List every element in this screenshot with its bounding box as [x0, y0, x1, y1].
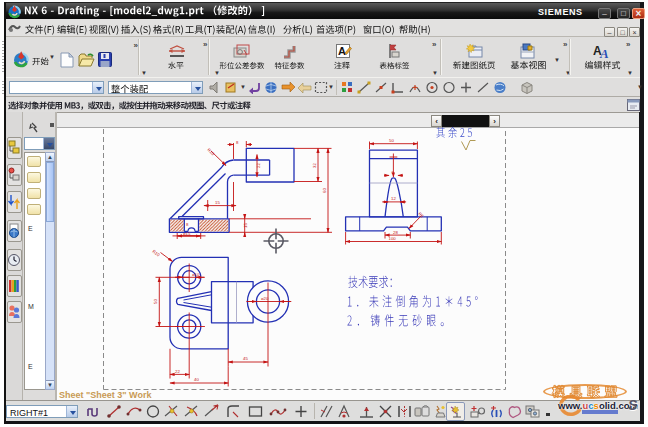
- svg-text:R10: R10: [206, 147, 216, 157]
- svg-text:22: 22: [175, 369, 180, 374]
- svg-text:15: 15: [243, 223, 248, 228]
- svg-text:60: 60: [322, 188, 327, 193]
- svg-text:22: 22: [256, 163, 261, 168]
- svg-text:8: 8: [236, 140, 239, 145]
- svg-text:50: 50: [389, 138, 394, 143]
- svg-text:A: A: [338, 45, 346, 57]
- svg-text:ø15: ø15: [183, 231, 191, 236]
- svg-text:Sheet "Sheet 3" Work: Sheet "Sheet 3" Work: [59, 390, 152, 400]
- svg-text:12: 12: [391, 196, 396, 201]
- svg-text:15: 15: [215, 200, 220, 205]
- svg-text:28: 28: [393, 230, 398, 235]
- svg-text:6: 6: [392, 170, 395, 175]
- svg-text:A: A: [599, 46, 609, 59]
- svg-text:100: 100: [389, 236, 397, 241]
- svg-text:45: 45: [243, 356, 248, 361]
- svg-text:R5: R5: [417, 211, 425, 219]
- svg-text:32: 32: [312, 163, 317, 168]
- svg-text:ø20: ø20: [261, 296, 269, 301]
- svg-text:50: 50: [153, 299, 158, 304]
- svg-text:ø10: ø10: [192, 272, 200, 277]
- svg-text:40: 40: [194, 377, 199, 382]
- svg-text:8: 8: [186, 222, 189, 227]
- svg-text:R10: R10: [151, 249, 161, 258]
